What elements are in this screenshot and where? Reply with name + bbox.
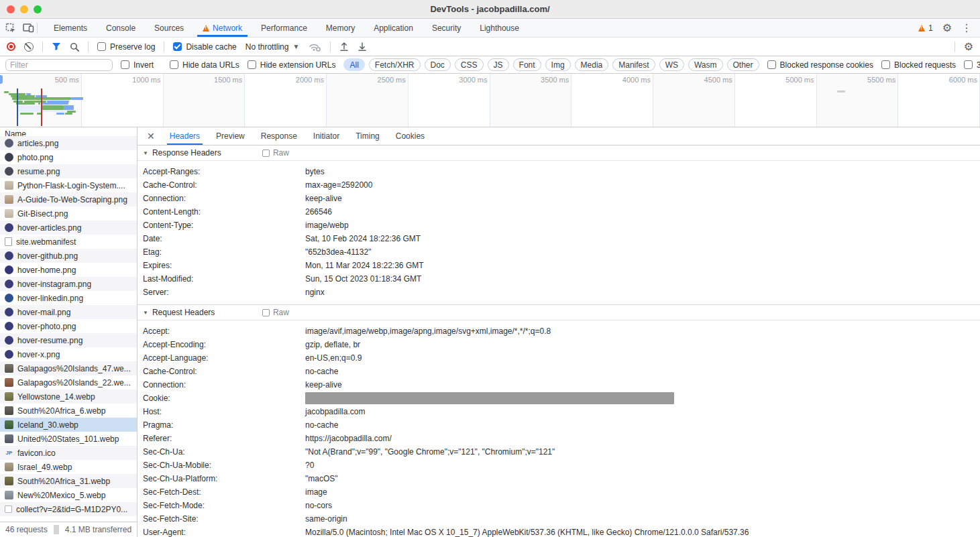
request-row[interactable]: Yellowstone_14.webp <box>0 390 137 404</box>
tab-security[interactable]: Security <box>423 19 470 37</box>
request-row[interactable]: site.webmanifest <box>0 235 137 249</box>
clear-network-log-button[interactable] <box>24 42 34 52</box>
response-headers-header[interactable]: ▼ Response Headers Raw <box>138 145 980 161</box>
request-row[interactable]: hover-resume.png <box>0 333 137 347</box>
request-row[interactable]: JPfavicon.ico <box>0 446 137 460</box>
request-headers-header[interactable]: ▼ Request Headers Raw <box>138 305 980 320</box>
pill-fetch-xhr[interactable]: Fetch/XHR <box>369 58 421 71</box>
pill-wasm[interactable]: Wasm <box>688 58 723 71</box>
request-row[interactable]: resume.png <box>0 164 137 178</box>
detail-tab-headers[interactable]: Headers <box>162 127 208 145</box>
request-row[interactable]: South%20Africa_31.webp <box>0 474 137 488</box>
tab-application[interactable]: Application <box>364 19 423 37</box>
request-row[interactable]: hover-photo.png <box>0 319 137 333</box>
pill-css[interactable]: CSS <box>455 58 484 71</box>
tab-memory[interactable]: Memory <box>317 19 364 37</box>
header-value: "652b3dea-41132" <box>305 247 371 257</box>
disclosure-triangle-icon[interactable]: ▼ <box>143 310 148 316</box>
pill-js[interactable]: JS <box>488 58 509 71</box>
record-network-log-button[interactable] <box>7 42 15 51</box>
tab-lighthouse[interactable]: Lighthouse <box>470 19 529 37</box>
header-row: Sec-Fetch-Site:same-origin <box>138 512 980 526</box>
filter-input[interactable] <box>5 59 113 71</box>
hide-data-urls-checkbox[interactable]: Hide data URLs <box>170 60 239 70</box>
header-value: "macOS" <box>305 474 338 483</box>
detail-tab-cookies[interactable]: Cookies <box>388 127 433 145</box>
import-har-icon[interactable] <box>339 42 349 52</box>
tab-sources[interactable]: Sources <box>145 19 193 37</box>
tab-label: Application <box>374 23 413 33</box>
request-row[interactable]: hover-linkedin.png <box>0 291 137 305</box>
request-row[interactable]: hover-articles.png <box>0 221 137 235</box>
disclosure-triangle-icon[interactable]: ▼ <box>143 150 148 156</box>
kebab-menu-icon[interactable]: ⋮ <box>961 23 972 34</box>
pill-media[interactable]: Media <box>575 58 609 71</box>
header-value: image <box>305 487 327 497</box>
network-overview-timeline[interactable]: 500 ms1000 ms1500 ms2000 ms2500 ms3000 m… <box>0 74 980 127</box>
detail-tab-response[interactable]: Response <box>253 127 305 145</box>
tab-console[interactable]: Console <box>97 19 145 37</box>
settings-gear-icon[interactable]: ⚙ <box>942 23 952 34</box>
request-row[interactable]: hover-mail.png <box>0 305 137 319</box>
pill-font[interactable]: Font <box>513 58 541 71</box>
tab-network[interactable]: Network <box>193 19 252 37</box>
request-row[interactable]: New%20Mexico_5.webp <box>0 488 137 502</box>
request-raw-checkbox[interactable]: Raw <box>262 308 289 317</box>
request-row[interactable]: hover-github.png <box>0 249 137 263</box>
third-party-requests-checkbox[interactable]: 3rd-party requests <box>964 60 980 70</box>
pill-all[interactable]: All <box>343 58 364 71</box>
detail-tab-initiator[interactable]: Initiator <box>305 127 347 145</box>
search-icon[interactable] <box>70 42 79 52</box>
request-name: hover-github.png <box>17 251 78 261</box>
tab-performance[interactable]: Performance <box>252 19 317 37</box>
export-har-icon[interactable] <box>358 42 367 52</box>
filter-funnel-icon[interactable] <box>52 42 61 51</box>
file-type-icon <box>5 322 13 331</box>
device-toolbar-icon[interactable] <box>23 23 34 33</box>
request-row[interactable]: Israel_49.webp <box>0 460 137 474</box>
pill-img[interactable]: Img <box>545 58 571 71</box>
request-row[interactable]: photo.png <box>0 150 137 164</box>
request-row[interactable]: Iceland_30.webp <box>0 418 137 432</box>
request-name: hover-x.png <box>17 350 60 359</box>
blocked-requests-checkbox[interactable]: Blocked requests <box>881 60 956 70</box>
pill-manifest[interactable]: Manifest <box>612 58 655 71</box>
overview-handle[interactable] <box>0 75 3 84</box>
preserve-log-checkbox[interactable]: Preserve log <box>97 42 155 52</box>
request-row[interactable]: collect?v=2&tid=G-M1D2PY0... <box>0 502 137 516</box>
pill-other[interactable]: Other <box>727 58 759 71</box>
request-row[interactable]: Python-Flask-Login-System.... <box>0 178 137 192</box>
issues-counter[interactable]: 1 <box>918 23 933 33</box>
header-row: Accept-Encoding:gzip, deflate, br <box>138 338 980 351</box>
request-row[interactable]: Galapagos%20Islands_22.we... <box>0 375 137 390</box>
invert-checkbox[interactable]: Invert <box>121 60 154 70</box>
request-row[interactable]: A-Guide-To-Web-Scraping.png <box>0 192 137 206</box>
request-name: Yellowstone_14.webp <box>17 392 95 402</box>
pill-ws[interactable]: WS <box>659 58 684 71</box>
request-row[interactable]: articles.png <box>0 136 137 150</box>
request-row[interactable]: Git-Bisect.png <box>0 206 137 221</box>
detail-tab-timing[interactable]: Timing <box>347 127 388 145</box>
inspect-element-icon[interactable] <box>5 23 16 34</box>
detail-tab-preview[interactable]: Preview <box>208 127 253 145</box>
hide-extension-urls-checkbox[interactable]: Hide extension URLs <box>248 60 336 70</box>
close-detail-icon[interactable]: ✕ <box>138 127 162 145</box>
request-row[interactable]: South%20Africa_6.webp <box>0 404 137 418</box>
network-settings-gear-icon[interactable]: ⚙ <box>964 42 973 52</box>
header-value: en-US,en;q=0.9 <box>305 353 362 363</box>
throttling-dropdown[interactable]: No throttling ▼ <box>246 42 300 52</box>
request-row[interactable]: hover-x.png <box>0 347 137 361</box>
request-name: Iceland_30.webp <box>17 420 78 430</box>
response-raw-checkbox[interactable]: Raw <box>262 148 289 158</box>
window-titlebar: DevTools - jacobpadilla.com/ <box>0 0 980 19</box>
request-row[interactable]: Galapagos%20Islands_47.we... <box>0 361 137 375</box>
tab-elements[interactable]: Elements <box>44 19 97 37</box>
request-row[interactable]: hover-instagram.png <box>0 277 137 291</box>
pill-doc[interactable]: Doc <box>425 58 451 71</box>
network-conditions-icon[interactable] <box>308 42 321 52</box>
response-headers-rows: Accept-Ranges:bytesCache-Control:max-age… <box>138 161 980 304</box>
disable-cache-checkbox[interactable]: Disable cache <box>173 42 236 52</box>
request-row[interactable]: United%20States_101.webp <box>0 432 137 446</box>
blocked-response-cookies-checkbox[interactable]: Blocked response cookies <box>767 60 873 70</box>
request-row[interactable]: hover-home.png <box>0 263 137 277</box>
